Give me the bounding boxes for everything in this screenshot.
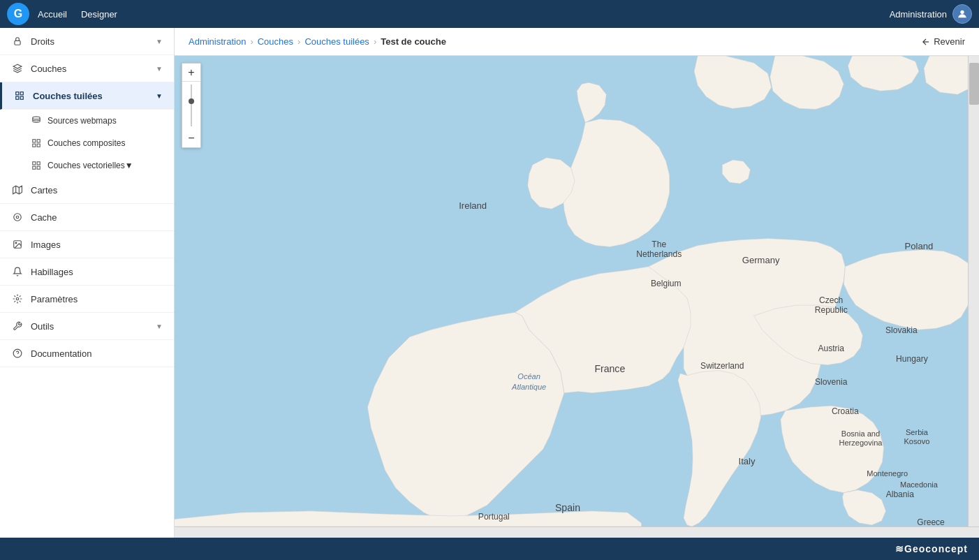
content-area: Administration › Couches › Couches tuilé… xyxy=(175,28,979,538)
svg-marker-2 xyxy=(13,64,22,68)
svg-text:Czech: Czech xyxy=(819,295,843,305)
grid3-icon xyxy=(31,160,42,171)
breadcrumb-admin[interactable]: Administration xyxy=(189,36,246,47)
svg-text:Hungary: Hungary xyxy=(896,354,928,364)
navbar-link-designer[interactable]: Designer xyxy=(81,9,117,20)
svg-marker-16 xyxy=(13,186,22,194)
svg-text:Belgium: Belgium xyxy=(651,279,682,288)
svg-point-19 xyxy=(14,214,22,221)
bell-icon xyxy=(11,265,24,278)
dropdown-arrow: ▼ xyxy=(156,92,163,100)
svg-rect-3 xyxy=(16,92,19,95)
svg-rect-13 xyxy=(37,162,40,165)
sidebar-item-habillages[interactable]: Habillages xyxy=(0,258,174,286)
svg-rect-14 xyxy=(33,166,36,169)
svg-rect-10 xyxy=(33,144,36,147)
map-container[interactable]: Ireland The Netherlands Germany Poland B… xyxy=(175,56,968,526)
svg-text:Océan: Océan xyxy=(517,372,540,381)
right-scrollbar[interactable] xyxy=(968,56,979,526)
breadcrumb-bar: Administration › Couches › Couches tuilé… xyxy=(175,28,979,56)
sidebar-item-couches-composites[interactable]: Couches composites xyxy=(0,132,174,154)
dropdown-arrow: ▼ xyxy=(156,65,163,73)
sidebar-item-couches-tuiles[interactable]: Couches tuilées ▼ xyxy=(0,82,174,110)
dropdown-arrow: ▼ xyxy=(156,323,163,330)
sidebar-item-sources-webmaps[interactable]: Sources webmaps xyxy=(0,110,174,132)
geoconcept-footer: ≋Geoconcept xyxy=(0,538,979,560)
svg-text:Croatia: Croatia xyxy=(832,406,859,416)
admin-label: Administration xyxy=(890,9,947,20)
svg-point-20 xyxy=(16,216,19,219)
grid-icon xyxy=(13,89,26,102)
svg-point-23 xyxy=(16,297,19,300)
svg-point-7 xyxy=(33,117,41,119)
cache-icon xyxy=(11,211,24,223)
outer-content: Ireland The Netherlands Germany Poland B… xyxy=(175,56,979,526)
svg-text:Germany: Germany xyxy=(742,255,780,265)
back-button[interactable]: Revenir xyxy=(921,36,965,47)
svg-text:Montenegro: Montenegro xyxy=(867,469,908,478)
svg-text:Macedonia: Macedonia xyxy=(900,480,938,489)
navbar-links: Accueil Designer xyxy=(38,9,117,20)
svg-point-0 xyxy=(960,10,964,14)
sidebar-item-couches[interactable]: Couches ▼ xyxy=(0,55,174,82)
app-logo: G xyxy=(7,3,29,25)
svg-rect-6 xyxy=(20,96,23,99)
sidebar-item-cartes[interactable]: Cartes xyxy=(0,177,174,204)
zoom-out-button[interactable]: − xyxy=(182,129,200,147)
navbar-right: Administration xyxy=(890,4,972,24)
svg-rect-12 xyxy=(33,162,36,165)
lock-icon xyxy=(11,35,24,47)
svg-text:Spain: Spain xyxy=(555,502,580,513)
tools-icon xyxy=(11,320,24,332)
svg-rect-15 xyxy=(37,166,40,169)
sidebar-item-outils[interactable]: Outils ▼ xyxy=(0,313,174,340)
sidebar-item-images[interactable]: Images xyxy=(0,231,174,258)
image-icon xyxy=(11,238,24,251)
main-layout: Droits ▼ Couches ▼ Couches tuilées ▼ Sou… xyxy=(0,28,979,538)
sidebar-item-droits[interactable]: Droits ▼ xyxy=(0,28,174,55)
svg-rect-9 xyxy=(37,140,40,142)
zoom-slider-track[interactable] xyxy=(191,84,192,126)
svg-text:Austria: Austria xyxy=(818,344,844,353)
map-svg: Ireland The Netherlands Germany Poland B… xyxy=(175,56,968,526)
sidebar-item-documentation[interactable]: Documentation xyxy=(0,340,174,367)
user-icon[interactable] xyxy=(952,4,972,24)
dropdown-arrow: ▼ xyxy=(125,161,133,170)
svg-text:Bosnia and: Bosnia and xyxy=(841,429,880,438)
svg-rect-1 xyxy=(15,40,20,45)
navbar: G Accueil Designer Administration xyxy=(0,0,979,28)
svg-text:Ireland: Ireland xyxy=(459,200,487,211)
svg-text:Italy: Italy xyxy=(739,456,756,466)
zoom-slider-wrap xyxy=(182,82,200,129)
svg-rect-5 xyxy=(16,96,19,99)
svg-text:Albania: Albania xyxy=(886,489,915,499)
zoom-in-button[interactable]: + xyxy=(182,64,200,82)
sidebar-item-couches-vectorielles[interactable]: Couches vectorielles ▼ xyxy=(0,154,174,177)
sidebar-item-cache[interactable]: Cache xyxy=(0,204,174,231)
svg-text:Greece: Greece xyxy=(917,517,945,526)
bottom-scrollbar[interactable] xyxy=(175,526,979,538)
map-icon xyxy=(11,184,24,196)
right-scroll-thumb xyxy=(969,63,979,105)
breadcrumb-couches[interactable]: Couches xyxy=(258,36,293,47)
grid2-icon xyxy=(31,138,42,149)
svg-text:Poland: Poland xyxy=(905,241,934,251)
navbar-link-accueil[interactable]: Accueil xyxy=(38,9,67,20)
svg-text:France: France xyxy=(594,363,625,374)
svg-text:Portugal: Portugal xyxy=(478,512,510,522)
svg-text:Slovenia: Slovenia xyxy=(815,377,848,387)
svg-rect-8 xyxy=(33,140,36,142)
breadcrumb: Administration › Couches › Couches tuilé… xyxy=(189,36,446,47)
svg-rect-4 xyxy=(20,92,23,95)
sidebar-item-parametres[interactable]: Paramètres xyxy=(0,286,174,313)
zoom-controls: + − xyxy=(182,63,201,148)
zoom-slider-thumb xyxy=(189,98,194,104)
gear-icon xyxy=(11,293,24,305)
svg-text:The: The xyxy=(652,240,666,249)
layers-icon xyxy=(11,62,24,75)
svg-text:Slovakia: Slovakia xyxy=(885,325,918,335)
svg-text:Switzerland: Switzerland xyxy=(700,361,744,371)
svg-rect-11 xyxy=(37,144,40,147)
svg-text:Herzegovina: Herzegovina xyxy=(839,439,883,447)
breadcrumb-couches-tuiles[interactable]: Couches tuilées xyxy=(304,36,369,47)
